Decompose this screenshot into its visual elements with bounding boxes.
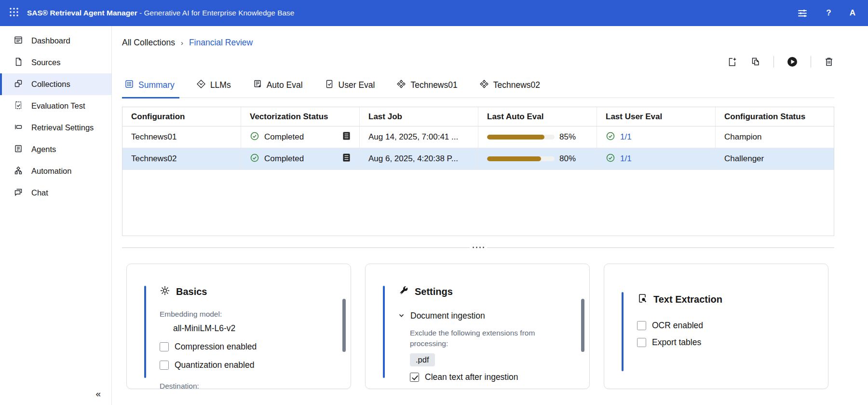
sidebar-item-collections[interactable]: Collections	[0, 73, 111, 95]
configuration-diamonds-icon	[396, 79, 406, 91]
sidebar-item-automation[interactable]: Automation	[0, 160, 111, 182]
tab-label: Technews01	[410, 80, 457, 90]
delete-icon[interactable]	[824, 56, 834, 67]
vectorization-status-cell: Completed	[241, 148, 360, 169]
configuration-name-cell: Technews02	[122, 148, 241, 169]
auto-eval-percent: 85%	[559, 132, 576, 142]
collection-toolbar	[122, 55, 834, 69]
success-check-icon	[606, 153, 615, 165]
sidebar-item-agents[interactable]: Agents	[0, 139, 111, 160]
extension-chip: .pdf	[410, 353, 435, 366]
checkbox-input[interactable]	[160, 342, 169, 351]
sidebar-collapse-button[interactable]: «	[95, 389, 101, 399]
user-eval-link[interactable]: 1/1	[620, 154, 632, 164]
column-header-last-job: Last Job	[360, 107, 478, 126]
settings-sliders-icon[interactable]	[797, 8, 808, 18]
collections-icon	[14, 79, 23, 90]
tab-label: Auto Eval	[267, 80, 303, 90]
app-title-name: SAS® Retrieval Agent Manager	[27, 9, 137, 17]
checkbox-label: Quantization enabled	[175, 360, 254, 370]
sidebar-item-label: Dashboard	[31, 36, 70, 45]
tab-user-eval[interactable]: User Eval	[322, 79, 380, 98]
auto-eval-percent: 80%	[559, 154, 576, 164]
sidebar-item-chat[interactable]: Chat	[0, 182, 111, 204]
sidebar-item-label: Automation	[31, 167, 71, 176]
sidebar-item-retrieval-settings[interactable]: Retrieval Settings	[0, 117, 111, 139]
app-root: SAS® Retrieval Agent Manager - Generativ…	[0, 0, 868, 405]
sidebar-item-label: Chat	[31, 188, 48, 197]
breadcrumb-current-collection[interactable]: Financial Review	[189, 38, 253, 48]
checkbox-input[interactable]	[410, 373, 419, 382]
tab-label: User Eval	[339, 80, 375, 90]
breadcrumb-all-collections[interactable]: All Collections	[122, 38, 175, 48]
wrench-icon	[398, 285, 409, 298]
panel-splitter	[122, 245, 834, 250]
table-row[interactable]: Technews01 Completed	[122, 126, 834, 148]
sidebar-item-evaluation-test[interactable]: Evaluation Test	[0, 95, 111, 117]
tab-llms[interactable]: LLMs	[194, 79, 236, 98]
checkbox-label: Clean text after ingestion	[425, 372, 518, 382]
checkbox-input[interactable]	[637, 338, 646, 347]
toolbar-divider	[773, 56, 774, 68]
breadcrumb: All Collections › Financial Review	[122, 38, 834, 48]
export-tables-checkbox[interactable]: Export tables	[637, 337, 809, 348]
sidebar: Dashboard Sources Collec	[0, 26, 112, 405]
tab-summary[interactable]: Summary	[122, 79, 179, 98]
auto-eval-progress-bar	[487, 156, 555, 161]
success-check-icon	[250, 131, 259, 143]
splitter-drag-handle[interactable]	[470, 246, 487, 249]
app-title-subtitle: - Generative AI for Enterprise Knowledge…	[139, 9, 294, 17]
app-switcher-icon[interactable]	[9, 7, 19, 19]
job-log-icon[interactable]	[342, 131, 351, 143]
card-title: Basics	[176, 286, 207, 297]
vectorization-status-text: Completed	[264, 154, 304, 164]
avatar[interactable]: A	[850, 8, 855, 18]
sidebar-item-label: Collections	[31, 80, 70, 89]
document-icon	[14, 57, 23, 69]
last-user-eval-cell: 1/1	[597, 148, 716, 169]
main-content: All Collections › Financial Review	[112, 26, 868, 405]
gear-icon	[160, 285, 170, 298]
job-log-icon[interactable]	[342, 153, 351, 165]
last-job-cell: Aug 6, 2025, 4:20:38 P...	[360, 148, 478, 169]
auto-eval-icon	[253, 79, 262, 91]
help-icon[interactable]: ?	[826, 8, 831, 18]
checkbox-input[interactable]	[637, 321, 646, 330]
tab-technews01[interactable]: Technews01	[394, 79, 462, 98]
retrieval-settings-icon	[14, 122, 23, 134]
card-scrollbar[interactable]	[581, 299, 584, 352]
configuration-diamonds-icon	[479, 79, 489, 91]
compression-enabled-checkbox[interactable]: Compression enabled	[160, 342, 331, 352]
last-user-eval-cell: 1/1	[597, 126, 716, 148]
quantization-enabled-checkbox[interactable]: Quantization enabled	[160, 360, 331, 370]
ocr-enabled-checkbox[interactable]: OCR enabled	[637, 321, 809, 331]
clean-text-checkbox[interactable]: Clean text after ingestion	[410, 372, 570, 382]
automation-flow-icon	[14, 166, 23, 177]
success-check-icon	[606, 131, 615, 143]
card-scrollbar[interactable]	[342, 299, 346, 352]
sidebar-item-label: Evaluation Test	[31, 101, 85, 111]
new-configuration-icon[interactable]	[727, 56, 738, 67]
user-eval-link[interactable]: 1/1	[620, 132, 632, 142]
checkbox-input[interactable]	[160, 361, 169, 370]
auto-eval-progress-bar	[487, 135, 555, 140]
run-job-icon[interactable]	[787, 56, 798, 68]
table-empty-area	[122, 170, 834, 236]
chevron-down-icon	[398, 311, 405, 321]
sidebar-item-sources[interactable]: Sources	[0, 52, 111, 73]
last-job-cell: Aug 14, 2025, 7:00:41 ...	[360, 126, 478, 148]
sidebar-item-dashboard[interactable]: Dashboard	[0, 30, 111, 52]
user-eval-icon	[325, 79, 334, 91]
tab-technews02[interactable]: Technews02	[477, 79, 545, 98]
tab-auto-eval[interactable]: Auto Eval	[250, 79, 308, 98]
text-extraction-icon	[637, 293, 648, 306]
card-accent-bar	[144, 286, 146, 378]
copy-icon[interactable]	[750, 56, 761, 67]
card-title: Settings	[415, 286, 453, 297]
document-ingestion-section-toggle[interactable]: Document ingestion	[398, 311, 570, 321]
table-row[interactable]: Technews02 Completed	[122, 148, 834, 170]
breadcrumb-separator-icon: ›	[181, 39, 183, 47]
checkbox-label: OCR enabled	[652, 321, 703, 331]
top-bar: SAS® Retrieval Agent Manager - Generativ…	[0, 0, 868, 26]
tab-label: Summary	[138, 80, 175, 90]
